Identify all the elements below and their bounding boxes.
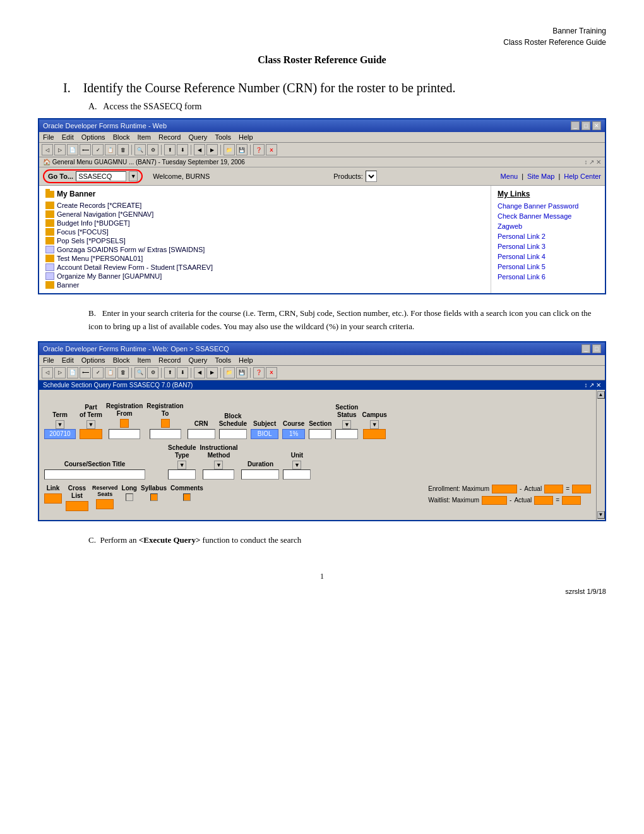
scroll-up[interactable]: ▲ bbox=[597, 391, 605, 399]
toolbar2-btn-11[interactable]: ⬇ bbox=[177, 367, 188, 378]
menu-tsaarev[interactable]: Account Detail Review Form - Student [TS… bbox=[45, 263, 484, 272]
toolbar-btn-14[interactable]: 📁 bbox=[224, 144, 235, 155]
menu-swaidns[interactable]: Gonzaga SOAIDNS Form w/ Extras [SWAIDNS] bbox=[45, 245, 484, 254]
nav-menu-link[interactable]: Menu bbox=[501, 172, 518, 180]
toolbar-btn-16[interactable]: ❓ bbox=[253, 144, 265, 155]
menu-edit[interactable]: Edit bbox=[62, 133, 74, 141]
part-of-term-dropdown[interactable]: ▼ bbox=[86, 420, 95, 429]
menu2-item[interactable]: Item bbox=[138, 356, 151, 364]
toolbar-btn-13[interactable]: ▶ bbox=[206, 144, 218, 155]
campus-dropdown[interactable]: ▼ bbox=[370, 420, 379, 429]
waitlist-max-input[interactable] bbox=[482, 496, 507, 505]
goto-input[interactable] bbox=[76, 171, 126, 181]
instructional-method-dropdown[interactable]: ▼ bbox=[214, 461, 223, 469]
section-status-dropdown[interactable]: ▼ bbox=[342, 420, 351, 429]
menu2-query[interactable]: Query bbox=[188, 356, 207, 364]
reg-from-icon[interactable] bbox=[120, 419, 129, 428]
menu-pop-sels[interactable]: Pop Sels [*POPSELS] bbox=[45, 236, 484, 245]
long-checkbox[interactable] bbox=[126, 493, 133, 501]
waitlist-actual-input[interactable] bbox=[534, 496, 553, 505]
link-personal2[interactable]: Personal Link 2 bbox=[498, 233, 599, 240]
toolbar-btn-12[interactable]: ◀ bbox=[194, 144, 205, 155]
menu-create-records[interactable]: Create Records [*CREATE] bbox=[45, 201, 484, 210]
menu-record[interactable]: Record bbox=[158, 133, 181, 141]
menu2-tools[interactable]: Tools bbox=[215, 356, 231, 364]
unit-dropdown[interactable]: ▼ bbox=[292, 461, 301, 469]
menu-focus[interactable]: Focus [*FOCUS] bbox=[45, 227, 484, 236]
minimize-btn[interactable]: _ bbox=[571, 121, 580, 130]
term-dropdown[interactable]: ▼ bbox=[56, 420, 64, 429]
course-section-title-input[interactable] bbox=[44, 469, 145, 480]
toolbar2-btn-15[interactable]: 💾 bbox=[236, 367, 247, 378]
goto-dropdown[interactable]: ▼ bbox=[129, 171, 138, 181]
schedule-type-dropdown[interactable]: ▼ bbox=[177, 461, 186, 469]
toolbar-btn-1[interactable]: ◁ bbox=[42, 144, 53, 155]
enrollment-actual1-input[interactable] bbox=[544, 485, 563, 493]
nav-sitemap-link[interactable]: Site Map bbox=[527, 172, 554, 180]
menu-personal01[interactable]: Test Menu [*PERSONAL01] bbox=[45, 254, 484, 263]
toolbar2-btn-12[interactable]: ◀ bbox=[194, 367, 205, 378]
course-value[interactable]: 1% bbox=[282, 429, 305, 439]
toolbar2-btn-16[interactable]: ❓ bbox=[253, 367, 265, 378]
link-personal6[interactable]: Personal Link 6 bbox=[498, 273, 599, 281]
reg-to-icon[interactable] bbox=[161, 419, 170, 428]
toolbar2-btn-17[interactable]: X bbox=[266, 367, 277, 378]
toolbar-btn-6[interactable]: 📋 bbox=[105, 144, 116, 155]
link-personal5[interactable]: Personal Link 5 bbox=[498, 263, 599, 270]
toolbar2-btn-9[interactable]: ⚙ bbox=[147, 367, 158, 378]
part-of-term-value[interactable] bbox=[80, 429, 102, 439]
restore-btn[interactable]: □ bbox=[581, 121, 590, 130]
reserved-seats-input[interactable] bbox=[96, 499, 114, 509]
link-personal4[interactable]: Personal Link 4 bbox=[498, 253, 599, 260]
link-change-password[interactable]: Change Banner Password bbox=[498, 202, 599, 210]
menu-tools[interactable]: Tools bbox=[215, 133, 231, 141]
products-select[interactable] bbox=[366, 171, 377, 182]
toolbar-btn-9[interactable]: ⚙ bbox=[147, 144, 158, 155]
crn-input[interactable] bbox=[188, 429, 215, 439]
menu-query[interactable]: Query bbox=[188, 133, 207, 141]
campus-input[interactable] bbox=[363, 429, 386, 439]
scroll-down[interactable]: ▼ bbox=[597, 511, 605, 519]
schedule-type-input[interactable] bbox=[168, 469, 196, 480]
toolbar-btn-2[interactable]: ▷ bbox=[54, 144, 66, 155]
toolbar2-btn-8[interactable]: 🔍 bbox=[134, 367, 146, 378]
term-value[interactable]: 200710 bbox=[44, 429, 76, 439]
toolbar2-btn-10[interactable]: ⬆ bbox=[164, 367, 176, 378]
cross-list-input[interactable] bbox=[66, 501, 88, 511]
menu2-options[interactable]: Options bbox=[81, 356, 105, 364]
menu-options[interactable]: Options bbox=[81, 133, 105, 141]
reg-to-input[interactable] bbox=[150, 429, 181, 439]
toolbar-btn-11[interactable]: ⬇ bbox=[177, 144, 188, 155]
restore-btn-2[interactable]: □ bbox=[592, 344, 601, 353]
instructional-method-input[interactable] bbox=[203, 469, 234, 480]
toolbar2-btn-3[interactable]: 📄 bbox=[67, 367, 78, 378]
menu-item[interactable]: Item bbox=[138, 133, 151, 141]
menu-general-nav[interactable]: General Navigation [*GENNAV] bbox=[45, 210, 484, 219]
syllabus-checkbox[interactable] bbox=[150, 493, 158, 501]
toolbar-btn-4[interactable]: ⟵ bbox=[80, 144, 91, 155]
toolbar-btn-7[interactable]: 🗑 bbox=[117, 144, 129, 155]
toolbar2-btn-1[interactable]: ◁ bbox=[42, 367, 53, 378]
toolbar2-btn-6[interactable]: 📋 bbox=[105, 367, 116, 378]
menu2-help[interactable]: Help bbox=[239, 356, 253, 364]
menu-file[interactable]: File bbox=[43, 133, 54, 141]
toolbar-btn-10[interactable]: ⬆ bbox=[164, 144, 176, 155]
toolbar2-btn-13[interactable]: ▶ bbox=[206, 367, 218, 378]
toolbar2-btn-7[interactable]: 🗑 bbox=[117, 367, 129, 378]
section-status-input[interactable] bbox=[335, 429, 358, 439]
toolbar2-btn-5[interactable]: ✓ bbox=[92, 367, 104, 378]
link-personal3[interactable]: Personal Link 3 bbox=[498, 243, 599, 250]
menu-guapmnu[interactable]: Organize My Banner [GUAPMNU] bbox=[45, 272, 484, 281]
toolbar2-btn-4[interactable]: ⟵ bbox=[80, 367, 91, 378]
link-zagweb[interactable]: Zagweb bbox=[498, 222, 599, 230]
block-schedule-input[interactable] bbox=[219, 429, 247, 439]
menu2-block[interactable]: Block bbox=[113, 356, 130, 364]
menu2-edit[interactable]: Edit bbox=[62, 356, 74, 364]
toolbar2-btn-14[interactable]: 📁 bbox=[224, 367, 235, 378]
reg-from-input[interactable] bbox=[109, 429, 140, 439]
toolbar-btn-17[interactable]: X bbox=[266, 144, 277, 155]
link-check-message[interactable]: Check Banner Message bbox=[498, 212, 599, 220]
comments-checkbox[interactable] bbox=[183, 493, 191, 501]
menu-banner[interactable]: Banner bbox=[45, 281, 484, 289]
duration-input[interactable] bbox=[241, 469, 279, 480]
